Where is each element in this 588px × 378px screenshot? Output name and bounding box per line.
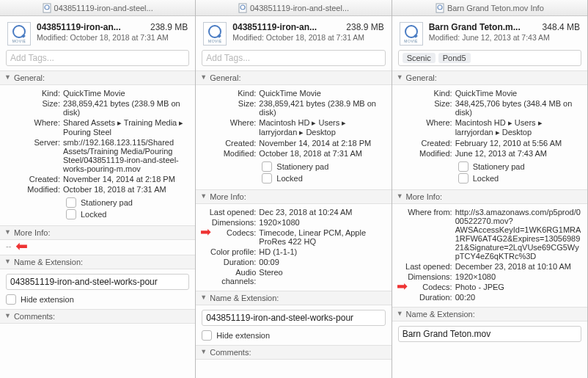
hide-extension-checkbox[interactable]: Hide extension xyxy=(202,330,385,341)
window-title: 043851119-iron-and-steel... xyxy=(250,4,349,12)
section-general[interactable]: ▼ General: xyxy=(392,70,587,85)
window-titlebar[interactable]: Barn Grand Teton.mov Info xyxy=(392,0,587,16)
name-extension-input[interactable] xyxy=(6,274,189,290)
section-name-ext[interactable]: ▼ Name & Extension: xyxy=(0,255,195,269)
red-arrow-icon: ➡ xyxy=(397,283,408,290)
stationery-checkbox[interactable]: Stationery pad xyxy=(262,161,385,172)
section-comments[interactable]: ▼ Comments: xyxy=(0,309,195,324)
section-more-info[interactable]: ▼ More Info: xyxy=(392,189,587,204)
info-panel-2: 043851119-iron-and-steel... MOVIE 043851… xyxy=(196,0,392,378)
disclosure-icon: ▼ xyxy=(397,310,403,317)
info-panel-1: 043851119-iron-and-steel... MOVIE 043851… xyxy=(0,0,196,378)
name-extension-input[interactable] xyxy=(202,310,385,326)
file-header: MOVIE Barn Grand Teton.m... 348.4 MB Mod… xyxy=(392,16,587,48)
tags-input[interactable]: Scenic Pond5 xyxy=(398,50,581,66)
file-size: 238.9 MB xyxy=(346,22,383,32)
disclosure-icon: ▼ xyxy=(397,73,403,81)
disclosure-icon: ▼ xyxy=(200,294,207,301)
disclosure-icon: ▼ xyxy=(397,192,403,200)
disclosure-icon: ▼ xyxy=(200,348,207,355)
quicktime-icon: MOVIE xyxy=(203,22,227,46)
file-name: 043851119-iron-an... xyxy=(37,22,121,32)
window-title: Barn Grand Teton.mov Info xyxy=(447,4,544,12)
quicktime-icon: MOVIE xyxy=(7,22,31,46)
document-icon xyxy=(43,3,51,13)
disclosure-icon: ▼ xyxy=(4,258,11,265)
document-icon xyxy=(436,3,444,13)
window-titlebar[interactable]: 043851119-iron-and-steel... xyxy=(196,0,391,16)
file-header: MOVIE 043851119-iron-an... 238.9 MB Modi… xyxy=(0,16,195,48)
locked-checkbox[interactable]: Locked xyxy=(66,209,189,219)
file-name: 043851119-iron-an... xyxy=(232,22,317,32)
name-extension-input[interactable] xyxy=(398,326,581,342)
red-arrow-icon: ➡ xyxy=(200,228,211,236)
section-general[interactable]: ▼ General: xyxy=(0,70,195,85)
tags-input[interactable]: Add Tags... xyxy=(6,50,189,66)
file-modified: Modified: June 12, 2013 at 7:43 AM xyxy=(429,33,580,42)
stationery-checkbox[interactable]: Stationery pad xyxy=(66,197,189,208)
document-icon xyxy=(238,3,247,13)
window-title: 043851119-iron-and-steel... xyxy=(54,4,153,12)
file-modified: Modified: October 18, 2018 at 7:31 AM xyxy=(37,33,188,42)
disclosure-icon: ▼ xyxy=(200,192,207,200)
tag-pill[interactable]: Scenic xyxy=(403,53,436,63)
file-header: MOVIE 043851119-iron-an... 238.9 MB Modi… xyxy=(196,16,391,48)
locked-checkbox[interactable]: Locked xyxy=(262,173,385,183)
section-name-ext[interactable]: ▼ Name & Extension: xyxy=(392,307,587,321)
tag-pill[interactable]: Pond5 xyxy=(438,53,471,63)
disclosure-icon: ▼ xyxy=(4,312,11,319)
file-name: Barn Grand Teton.m... xyxy=(429,22,521,32)
more-info-body: Where from:http://s3.amazonaws.com/p5pro… xyxy=(392,204,587,307)
disclosure-icon: ▼ xyxy=(200,73,207,81)
file-size: 348.4 MB xyxy=(543,22,580,32)
info-panel-3: Barn Grand Teton.mov Info MOVIE Barn Gra… xyxy=(392,0,588,378)
disclosure-icon: ▼ xyxy=(4,228,11,236)
general-body: Kind:QuickTime Movie Size:238,859,421 by… xyxy=(0,85,195,225)
tags-input[interactable]: Add Tags... xyxy=(202,50,385,66)
general-body: Kind:QuickTime Movie Size:348,425,706 by… xyxy=(392,85,587,189)
more-info-body: -- ➡ xyxy=(0,240,195,255)
window-titlebar[interactable]: 043851119-iron-and-steel... xyxy=(0,0,195,16)
section-general[interactable]: ▼ General: xyxy=(196,70,391,85)
locked-checkbox[interactable]: Locked xyxy=(458,173,581,183)
hide-extension-checkbox[interactable]: Hide extension xyxy=(6,294,189,305)
quicktime-icon: MOVIE xyxy=(400,22,423,46)
file-modified: Modified: October 18, 2018 at 7:31 AM xyxy=(232,33,383,42)
general-body: Kind:QuickTime Movie Size:238,859,421 by… xyxy=(196,85,391,189)
disclosure-icon: ▼ xyxy=(4,73,11,81)
file-size: 238.9 MB xyxy=(150,22,188,32)
red-arrow-icon: ➡ xyxy=(15,242,28,250)
section-more-info[interactable]: ▼ More Info: xyxy=(196,189,391,204)
section-comments[interactable]: ▼ Comments: xyxy=(196,345,391,360)
section-more-info[interactable]: ▼ More Info: xyxy=(0,225,195,240)
section-name-ext[interactable]: ▼ Name & Extension: xyxy=(196,291,391,305)
more-info-body: Last opened:Dec 23, 2018 at 10:24 AM Dim… xyxy=(196,204,391,291)
stationery-checkbox[interactable]: Stationery pad xyxy=(458,161,581,172)
